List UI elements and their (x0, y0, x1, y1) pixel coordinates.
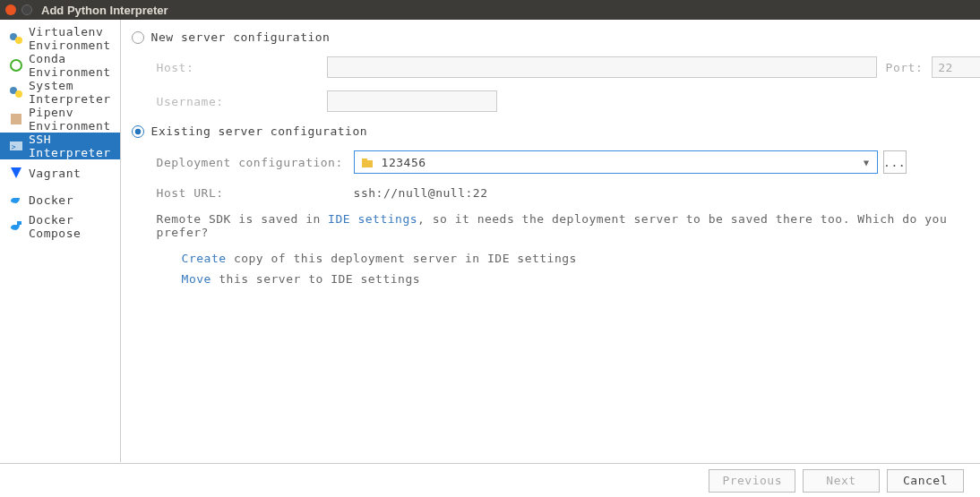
previous-button[interactable]: Previous (709, 469, 795, 493)
sidebar-item-conda[interactable]: Conda Environment (0, 52, 120, 79)
svg-point-1 (15, 37, 22, 44)
more-button[interactable]: ... (883, 150, 907, 174)
sidebar-item-label: Pipenv Environment (29, 106, 111, 133)
next-button[interactable]: Next (803, 469, 880, 493)
sidebar-item-system[interactable]: System Interpreter (0, 79, 120, 106)
move-line: Move this server to IDE settings (182, 272, 980, 286)
pipenv-icon (9, 112, 23, 126)
sidebar-item-virtualenv[interactable]: Virtualenv Environment (0, 25, 120, 52)
svg-text:>_: >_ (12, 143, 21, 151)
dialog-footer: Previous Next Cancel (0, 463, 980, 497)
port-label: Port: (886, 61, 924, 74)
sftp-icon (360, 155, 374, 169)
docker-compose-icon (9, 219, 23, 234)
sidebar-item-label: Conda Environment (29, 52, 111, 79)
vagrant-icon (9, 166, 23, 180)
deploy-config-value: 123456 (382, 156, 426, 169)
svg-rect-10 (362, 159, 367, 161)
create-link[interactable]: Create (182, 252, 227, 265)
svg-rect-5 (11, 114, 21, 124)
minimize-icon[interactable] (21, 4, 32, 15)
window-title: Add Python Interpreter (41, 4, 168, 17)
ssh-interpreter-panel: New server configuration Host: Port: Use… (121, 20, 980, 462)
deploy-config-select[interactable]: 123456 ▼ (354, 150, 878, 174)
svg-rect-9 (362, 160, 373, 167)
radio-icon[interactable] (132, 31, 144, 44)
port-input[interactable] (932, 56, 980, 78)
deploy-config-label: Deployment configuration: (157, 156, 354, 169)
host-input[interactable] (327, 56, 877, 78)
chevron-down-icon: ▼ (864, 158, 870, 167)
ssh-icon: >_ (9, 139, 23, 153)
existing-server-radio-row[interactable]: Existing server configuration (132, 124, 980, 138)
move-link[interactable]: Move (182, 272, 211, 286)
svg-point-2 (11, 60, 21, 71)
sidebar-item-pipenv[interactable]: Pipenv Environment (0, 106, 120, 133)
sidebar-item-label: Docker Compose (29, 213, 111, 240)
ellipsis-icon: ... (883, 156, 906, 169)
ide-settings-link[interactable]: IDE settings (328, 212, 417, 226)
close-icon[interactable] (5, 4, 16, 15)
radio-icon[interactable] (132, 125, 144, 138)
svg-rect-8 (17, 221, 21, 225)
titlebar: Add Python Interpreter (0, 0, 980, 20)
sidebar-item-docker[interactable]: Docker (0, 186, 120, 213)
hosturl-label: Host URL: (157, 186, 354, 200)
hosturl-value: ssh://null@null:22 (354, 186, 488, 200)
interpreter-type-sidebar: Virtualenv Environment Conda Environment… (0, 20, 121, 462)
username-input[interactable] (327, 90, 497, 112)
cancel-button[interactable]: Cancel (887, 469, 964, 493)
existing-server-label: Existing server configuration (151, 124, 367, 138)
sidebar-item-ssh[interactable]: >_ SSH Interpreter (0, 133, 120, 159)
python-icon (9, 31, 23, 46)
new-server-radio-row[interactable]: New server configuration (132, 30, 980, 44)
sidebar-item-label: SSH Interpreter (29, 133, 111, 159)
info-text: Remote SDK is saved in IDE settings, so … (157, 212, 980, 239)
conda-icon (9, 58, 23, 73)
sidebar-item-label: Docker (29, 193, 73, 207)
host-label: Host: (157, 61, 327, 74)
sidebar-item-vagrant[interactable]: Vagrant (0, 159, 120, 186)
create-copy-line: Create copy of this deployment server in… (182, 252, 980, 265)
username-label: Username: (157, 95, 327, 108)
new-server-label: New server configuration (151, 30, 331, 44)
sidebar-item-label: Virtualenv Environment (29, 25, 111, 52)
sidebar-item-label: Vagrant (29, 167, 81, 180)
python-icon (9, 85, 23, 99)
docker-icon (9, 193, 23, 207)
sidebar-item-docker-compose[interactable]: Docker Compose (0, 213, 120, 240)
sidebar-item-label: System Interpreter (29, 79, 111, 106)
svg-point-4 (15, 90, 22, 98)
